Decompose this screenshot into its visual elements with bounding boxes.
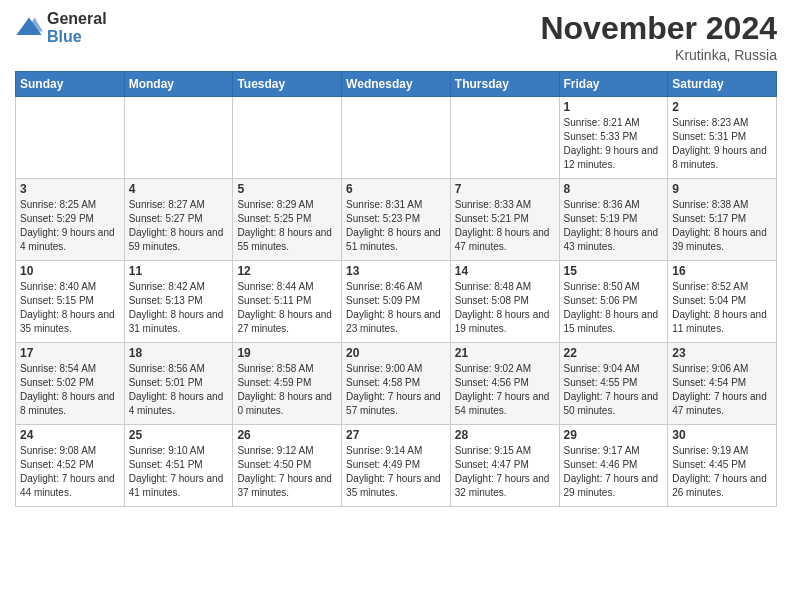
- table-row: 12Sunrise: 8:44 AMSunset: 5:11 PMDayligh…: [233, 261, 342, 343]
- table-row: 9Sunrise: 8:38 AMSunset: 5:17 PMDaylight…: [668, 179, 777, 261]
- day-info: Sunrise: 9:02 AMSunset: 4:56 PMDaylight:…: [455, 362, 555, 418]
- logo-blue-text: Blue: [47, 28, 107, 46]
- day-number: 14: [455, 264, 555, 278]
- day-info: Sunrise: 8:52 AMSunset: 5:04 PMDaylight:…: [672, 280, 772, 336]
- day-number: 12: [237, 264, 337, 278]
- calendar-table: Sunday Monday Tuesday Wednesday Thursday…: [15, 71, 777, 507]
- calendar-week-3: 17Sunrise: 8:54 AMSunset: 5:02 PMDayligh…: [16, 343, 777, 425]
- col-tuesday: Tuesday: [233, 72, 342, 97]
- col-friday: Friday: [559, 72, 668, 97]
- table-row: 20Sunrise: 9:00 AMSunset: 4:58 PMDayligh…: [342, 343, 451, 425]
- day-info: Sunrise: 9:06 AMSunset: 4:54 PMDaylight:…: [672, 362, 772, 418]
- day-info: Sunrise: 8:31 AMSunset: 5:23 PMDaylight:…: [346, 198, 446, 254]
- day-info: Sunrise: 8:56 AMSunset: 5:01 PMDaylight:…: [129, 362, 229, 418]
- day-info: Sunrise: 8:50 AMSunset: 5:06 PMDaylight:…: [564, 280, 664, 336]
- day-number: 6: [346, 182, 446, 196]
- day-number: 25: [129, 428, 229, 442]
- table-row: [16, 97, 125, 179]
- day-info: Sunrise: 8:38 AMSunset: 5:17 PMDaylight:…: [672, 198, 772, 254]
- day-info: Sunrise: 9:00 AMSunset: 4:58 PMDaylight:…: [346, 362, 446, 418]
- day-info: Sunrise: 8:44 AMSunset: 5:11 PMDaylight:…: [237, 280, 337, 336]
- day-info: Sunrise: 8:25 AMSunset: 5:29 PMDaylight:…: [20, 198, 120, 254]
- day-number: 7: [455, 182, 555, 196]
- day-info: Sunrise: 9:12 AMSunset: 4:50 PMDaylight:…: [237, 444, 337, 500]
- logo: General Blue: [15, 10, 107, 45]
- table-row: 24Sunrise: 9:08 AMSunset: 4:52 PMDayligh…: [16, 425, 125, 507]
- table-row: 11Sunrise: 8:42 AMSunset: 5:13 PMDayligh…: [124, 261, 233, 343]
- table-row: 2Sunrise: 8:23 AMSunset: 5:31 PMDaylight…: [668, 97, 777, 179]
- table-row: 16Sunrise: 8:52 AMSunset: 5:04 PMDayligh…: [668, 261, 777, 343]
- day-info: Sunrise: 8:40 AMSunset: 5:15 PMDaylight:…: [20, 280, 120, 336]
- table-row: 7Sunrise: 8:33 AMSunset: 5:21 PMDaylight…: [450, 179, 559, 261]
- table-row: 27Sunrise: 9:14 AMSunset: 4:49 PMDayligh…: [342, 425, 451, 507]
- day-number: 4: [129, 182, 229, 196]
- day-number: 29: [564, 428, 664, 442]
- table-row: [342, 97, 451, 179]
- day-info: Sunrise: 8:33 AMSunset: 5:21 PMDaylight:…: [455, 198, 555, 254]
- day-number: 1: [564, 100, 664, 114]
- month-title: November 2024: [540, 10, 777, 47]
- day-info: Sunrise: 9:08 AMSunset: 4:52 PMDaylight:…: [20, 444, 120, 500]
- table-row: 26Sunrise: 9:12 AMSunset: 4:50 PMDayligh…: [233, 425, 342, 507]
- day-info: Sunrise: 9:10 AMSunset: 4:51 PMDaylight:…: [129, 444, 229, 500]
- table-row: 22Sunrise: 9:04 AMSunset: 4:55 PMDayligh…: [559, 343, 668, 425]
- table-row: 29Sunrise: 9:17 AMSunset: 4:46 PMDayligh…: [559, 425, 668, 507]
- col-thursday: Thursday: [450, 72, 559, 97]
- calendar-week-4: 24Sunrise: 9:08 AMSunset: 4:52 PMDayligh…: [16, 425, 777, 507]
- day-number: 8: [564, 182, 664, 196]
- day-number: 13: [346, 264, 446, 278]
- col-monday: Monday: [124, 72, 233, 97]
- day-info: Sunrise: 8:36 AMSunset: 5:19 PMDaylight:…: [564, 198, 664, 254]
- day-number: 20: [346, 346, 446, 360]
- table-row: 28Sunrise: 9:15 AMSunset: 4:47 PMDayligh…: [450, 425, 559, 507]
- day-number: 23: [672, 346, 772, 360]
- table-row: 10Sunrise: 8:40 AMSunset: 5:15 PMDayligh…: [16, 261, 125, 343]
- day-number: 15: [564, 264, 664, 278]
- day-info: Sunrise: 8:54 AMSunset: 5:02 PMDaylight:…: [20, 362, 120, 418]
- table-row: [233, 97, 342, 179]
- table-row: 23Sunrise: 9:06 AMSunset: 4:54 PMDayligh…: [668, 343, 777, 425]
- table-row: 13Sunrise: 8:46 AMSunset: 5:09 PMDayligh…: [342, 261, 451, 343]
- table-row: 15Sunrise: 8:50 AMSunset: 5:06 PMDayligh…: [559, 261, 668, 343]
- day-info: Sunrise: 9:14 AMSunset: 4:49 PMDaylight:…: [346, 444, 446, 500]
- day-number: 3: [20, 182, 120, 196]
- day-info: Sunrise: 8:46 AMSunset: 5:09 PMDaylight:…: [346, 280, 446, 336]
- table-row: 3Sunrise: 8:25 AMSunset: 5:29 PMDaylight…: [16, 179, 125, 261]
- day-number: 16: [672, 264, 772, 278]
- day-info: Sunrise: 9:15 AMSunset: 4:47 PMDaylight:…: [455, 444, 555, 500]
- day-number: 18: [129, 346, 229, 360]
- title-block: November 2024 Krutinka, Russia: [540, 10, 777, 63]
- calendar-week-1: 3Sunrise: 8:25 AMSunset: 5:29 PMDaylight…: [16, 179, 777, 261]
- table-row: 25Sunrise: 9:10 AMSunset: 4:51 PMDayligh…: [124, 425, 233, 507]
- header-row: Sunday Monday Tuesday Wednesday Thursday…: [16, 72, 777, 97]
- day-number: 28: [455, 428, 555, 442]
- col-wednesday: Wednesday: [342, 72, 451, 97]
- page: General Blue November 2024 Krutinka, Rus…: [0, 0, 792, 612]
- table-row: 5Sunrise: 8:29 AMSunset: 5:25 PMDaylight…: [233, 179, 342, 261]
- day-number: 9: [672, 182, 772, 196]
- table-row: 4Sunrise: 8:27 AMSunset: 5:27 PMDaylight…: [124, 179, 233, 261]
- calendar-week-2: 10Sunrise: 8:40 AMSunset: 5:15 PMDayligh…: [16, 261, 777, 343]
- logo-text: General Blue: [47, 10, 107, 45]
- day-number: 27: [346, 428, 446, 442]
- day-info: Sunrise: 8:23 AMSunset: 5:31 PMDaylight:…: [672, 116, 772, 172]
- table-row: 30Sunrise: 9:19 AMSunset: 4:45 PMDayligh…: [668, 425, 777, 507]
- day-number: 5: [237, 182, 337, 196]
- day-info: Sunrise: 8:48 AMSunset: 5:08 PMDaylight:…: [455, 280, 555, 336]
- day-info: Sunrise: 8:29 AMSunset: 5:25 PMDaylight:…: [237, 198, 337, 254]
- day-number: 17: [20, 346, 120, 360]
- table-row: [124, 97, 233, 179]
- day-info: Sunrise: 8:27 AMSunset: 5:27 PMDaylight:…: [129, 198, 229, 254]
- day-number: 30: [672, 428, 772, 442]
- table-row: 17Sunrise: 8:54 AMSunset: 5:02 PMDayligh…: [16, 343, 125, 425]
- logo-icon: [15, 14, 43, 42]
- day-number: 11: [129, 264, 229, 278]
- table-row: 6Sunrise: 8:31 AMSunset: 5:23 PMDaylight…: [342, 179, 451, 261]
- logo-general-text: General: [47, 10, 107, 28]
- day-number: 24: [20, 428, 120, 442]
- table-row: 19Sunrise: 8:58 AMSunset: 4:59 PMDayligh…: [233, 343, 342, 425]
- day-info: Sunrise: 8:42 AMSunset: 5:13 PMDaylight:…: [129, 280, 229, 336]
- day-info: Sunrise: 8:58 AMSunset: 4:59 PMDaylight:…: [237, 362, 337, 418]
- day-number: 26: [237, 428, 337, 442]
- col-saturday: Saturday: [668, 72, 777, 97]
